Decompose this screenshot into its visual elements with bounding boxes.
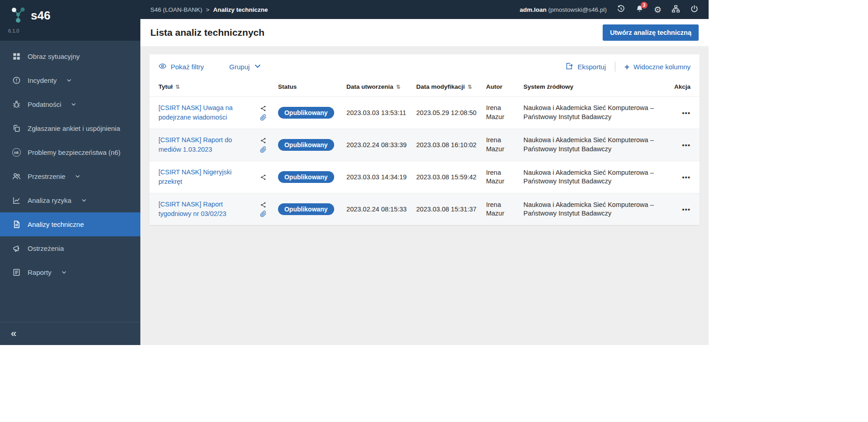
chevron-down-icon xyxy=(254,62,262,72)
sidebar-item-label: Analiza ryzyka xyxy=(28,197,72,204)
show-filters-label: Pokaż filtry xyxy=(171,63,204,71)
column-header-icons xyxy=(254,79,273,97)
paperclip-icon xyxy=(260,211,267,217)
chevron-down-icon xyxy=(81,197,87,203)
group-dropdown[interactable]: Grupuj xyxy=(229,62,262,72)
sidebar-item-label: Podatności xyxy=(28,101,61,108)
more-actions-button[interactable]: ••• xyxy=(682,109,691,117)
export-icon xyxy=(565,62,573,72)
history-button[interactable] xyxy=(617,5,625,14)
created-date: 2023.03.03 13:53:11 xyxy=(342,97,412,129)
column-header-created[interactable]: Data utworzenia⇅ xyxy=(342,79,412,97)
more-actions-button[interactable]: ••• xyxy=(682,206,691,213)
share-icon[interactable] xyxy=(260,174,267,181)
status-badge: Opublikowany xyxy=(278,171,334,183)
sidebar-item-incydenty[interactable]: Incydenty xyxy=(0,68,140,92)
group-label: Grupuj xyxy=(229,63,249,71)
dashboard-icon xyxy=(12,52,21,61)
incident-icon xyxy=(12,76,21,85)
sidebar-item-podatnosci[interactable]: Podatności xyxy=(0,92,140,116)
document-icon xyxy=(12,220,21,229)
status-badge: Opublikowany xyxy=(278,107,334,119)
show-filters-button[interactable]: Pokaż filtry xyxy=(158,62,204,72)
column-header-action: Akcja xyxy=(669,79,700,97)
breadcrumb: S46 (LOAN-BANK) > Analizy techniczne xyxy=(150,6,268,13)
megaphone-icon xyxy=(12,244,21,253)
sidebar-item-ostrzezenia[interactable]: Ostrzeżenia xyxy=(0,236,140,260)
bug-icon xyxy=(12,100,21,109)
chevron-down-icon xyxy=(66,77,72,83)
notifications-button[interactable]: 3 xyxy=(635,5,644,14)
analysis-title-link[interactable]: [CSIRT NASK] Nigeryjski przekręt xyxy=(158,168,249,187)
sidebar-item-label: Ostrzeżenia xyxy=(28,245,64,252)
logout-button[interactable] xyxy=(690,5,699,14)
sidebar-item-raporty[interactable]: Raporty xyxy=(0,260,140,284)
notification-count-badge: 3 xyxy=(641,2,647,9)
sort-icon[interactable]: ⇅ xyxy=(468,84,472,90)
sidebar-item-label: Raporty xyxy=(28,269,52,276)
author: Irena Mazur xyxy=(481,97,519,129)
sidebar-item-label: Analizy techniczne xyxy=(28,221,84,228)
topbar-right: adm.loan (pmostowski@s46.pl) 3 ⚙ xyxy=(520,5,699,14)
toolbar-divider xyxy=(615,62,615,72)
app-version: 6.1.0 xyxy=(8,28,132,34)
column-header-modified[interactable]: Data modyfikacji⇅ xyxy=(412,79,481,97)
sort-icon[interactable]: ⇅ xyxy=(396,84,401,90)
sidebar-item-analizy-techniczne[interactable]: Analizy techniczne xyxy=(0,212,140,236)
sidebar-item-problemy-n6[interactable]: n6 Problemy bezpieczeństwa (n6) xyxy=(0,140,140,164)
visible-columns-button[interactable]: + Widoczne kolumny xyxy=(624,62,691,71)
share-icon[interactable] xyxy=(260,201,267,208)
analyses-card: Pokaż filtry Grupuj xyxy=(149,54,700,225)
page-header: Lista analiz technicznych Utwórz analizę… xyxy=(140,19,709,46)
sitemap-icon xyxy=(671,5,680,14)
sidebar-item-zglaszanie-ankiet[interactable]: Zgłaszanie ankiet i uspójnienia xyxy=(0,116,140,140)
sidebar-item-obraz-sytuacyjny[interactable]: Obraz sytuacyjny xyxy=(0,44,140,68)
users-icon xyxy=(12,172,21,181)
share-icon[interactable] xyxy=(260,137,267,144)
column-header-source: System źródłowy xyxy=(519,79,669,97)
share-icon[interactable] xyxy=(260,105,267,112)
export-button[interactable]: Eksportuj xyxy=(565,62,606,72)
sidebar: s46 6.1.0 Obraz sytuacyjny Incydenty xyxy=(0,0,140,345)
n6-icon: n6 xyxy=(12,148,21,157)
create-analysis-button[interactable]: Utwórz analizę techniczną xyxy=(603,24,699,41)
breadcrumb-root[interactable]: S46 (LOAN-BANK) xyxy=(150,6,202,13)
main-area: S46 (LOAN-BANK) > Analizy techniczne adm… xyxy=(140,0,709,345)
author: Irena Mazur xyxy=(481,161,519,193)
analysis-title-link[interactable]: [CSIRT NASK] Uwaga na podejrzane wiadomo… xyxy=(158,103,249,122)
source-system: Naukowa i Akademicka Sieć Komputerowa – … xyxy=(519,193,669,225)
sort-icon[interactable]: ⇅ xyxy=(175,84,180,90)
source-system: Naukowa i Akademicka Sieć Komputerowa – … xyxy=(519,97,669,129)
chevron-down-icon xyxy=(61,269,67,275)
export-label: Eksportuj xyxy=(577,63,606,71)
column-header-status: Status xyxy=(273,79,342,97)
sitemap-button[interactable] xyxy=(671,5,680,14)
sidebar-item-label: Przestrzenie xyxy=(28,173,65,180)
sidebar-item-label: Obraz sytuacyjny xyxy=(28,53,80,60)
analysis-title-link[interactable]: [CSIRT NASK] Raport do mediów 1.03.2023 xyxy=(158,135,249,154)
source-system: Naukowa i Akademicka Sieć Komputerowa – … xyxy=(519,161,669,193)
app-window: s46 6.1.0 Obraz sytuacyjny Incydenty xyxy=(0,0,709,345)
more-actions-button[interactable]: ••• xyxy=(682,173,691,181)
sidebar-item-analiza-ryzyka[interactable]: Analiza ryzyka xyxy=(0,188,140,212)
content-area: Pokaż filtry Grupuj xyxy=(140,46,709,345)
analysis-title-link[interactable]: [CSIRT NASK] Raport tygodniowy nr 03/02/… xyxy=(158,200,249,219)
page-title: Lista analiz technicznych xyxy=(150,27,264,38)
sidebar-item-przestrzenie[interactable]: Przestrzenie xyxy=(0,164,140,188)
sidebar-item-label: Zgłaszanie ankiet i uspójnienia xyxy=(28,125,120,132)
settings-button[interactable]: ⚙ xyxy=(654,5,662,14)
breadcrumb-current: Analizy techniczne xyxy=(213,6,268,13)
app-logo: s46 6.1.0 xyxy=(0,0,140,41)
sidebar-collapse-button[interactable]: « xyxy=(11,329,16,339)
modified-date: 2023.05.29 12:08:50 xyxy=(412,97,481,129)
column-header-author: Autor xyxy=(481,79,519,97)
sidebar-item-label: Problemy bezpieczeństwa (n6) xyxy=(28,149,120,156)
created-date: 2023.02.24 08:15:33 xyxy=(342,193,412,225)
user-email: (pmostowski@s46.pl) xyxy=(548,6,607,13)
more-actions-button[interactable]: ••• xyxy=(682,141,691,149)
breadcrumb-separator: > xyxy=(206,6,210,13)
table-header-row: Tytuł⇅ Status Data utworzenia⇅ Data mody… xyxy=(149,79,700,97)
column-header-title[interactable]: Tytuł⇅ xyxy=(149,79,254,97)
toolbar-right: Eksportuj + Widoczne kolumny xyxy=(565,62,691,72)
created-date: 2023.03.03 14:34:19 xyxy=(342,161,412,193)
